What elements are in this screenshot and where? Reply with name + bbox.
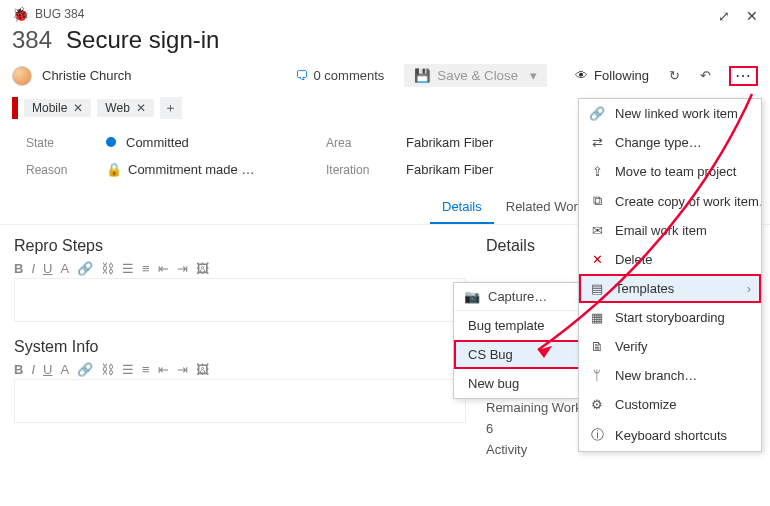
sysinfo-heading: System Info [14,338,466,356]
more-actions-button[interactable]: ⋯ [729,66,758,86]
copy-icon: ⧉ [589,193,605,209]
save-icon: 💾 [414,68,431,83]
indent-icon[interactable]: ⇥ [177,261,188,276]
tag-label: Web [105,101,129,115]
eye-icon: 👁 [575,68,588,83]
change-type-item[interactable]: ⇄Change type… [579,128,761,157]
sysinfo-editor[interactable] [14,379,466,423]
area-value[interactable]: Fabrikam Fiber [406,135,586,150]
state-label: State [26,136,86,150]
bug-template-item[interactable]: Bug template [454,311,582,340]
link-icon: 🔗 [589,106,605,121]
reason-label: Reason [26,163,86,177]
swap-icon: ⇄ [589,135,605,150]
cs-bug-item[interactable]: CS Bug [454,340,582,369]
numbers-icon[interactable]: ≡ [142,261,150,276]
italic-icon[interactable]: I [31,261,35,276]
new-branch-item[interactable]: ᛘNew branch… [579,361,761,390]
verify-item[interactable]: 🗎Verify [579,332,761,361]
tag-label: Mobile [32,101,67,115]
state-value[interactable]: Committed [106,135,306,150]
iteration-label: Iteration [326,163,386,177]
storyboard-item[interactable]: ▦Start storyboarding [579,303,761,332]
comments-label: 0 comments [314,68,385,83]
unlink-icon[interactable]: ⛓ [101,362,114,377]
info-icon: ⓘ [589,426,605,444]
link-icon[interactable]: 🔗 [77,261,93,276]
expand-icon[interactable]: ⤢ [718,8,730,24]
assignee-name[interactable]: Christie Church [42,68,132,83]
context-menu: 🔗New linked work item ⇄Change type… ⇪Mov… [578,98,762,452]
templates-submenu: 📷 Capture… Bug template CS Bug New bug [453,282,583,399]
underline-icon[interactable]: U [43,261,52,276]
outdent-icon[interactable]: ⇤ [158,261,169,276]
iteration-value[interactable]: Fabrikam Fiber [406,162,586,177]
capture-menu-item[interactable]: 📷 Capture… [454,283,582,311]
bold-icon[interactable]: B [14,261,23,276]
bold-icon[interactable]: B [14,362,23,377]
move-icon: ⇪ [589,164,605,179]
new-bug-item[interactable]: New bug [454,369,582,398]
tag-remove-icon[interactable]: ✕ [136,101,146,115]
comment-icon: 🗨 [295,68,308,83]
customize-icon: ⚙ [589,397,605,412]
customize-item[interactable]: ⚙Customize [579,390,761,419]
repro-heading: Repro Steps [14,237,466,255]
tag-mobile[interactable]: Mobile ✕ [24,99,91,117]
editor-toolbar[interactable]: B I U A 🔗 ⛓ ☰ ≡ ⇤ ⇥ 🖼 [14,261,466,276]
delete-icon: ✕ [589,252,605,267]
area-label: Area [326,136,386,150]
chevron-right-icon: › [747,281,751,296]
unlink-icon[interactable]: ⛓ [101,261,114,276]
templates-item[interactable]: ▤Templates› [579,274,761,303]
chevron-down-icon: ▾ [530,68,537,83]
font-icon[interactable]: A [60,261,69,276]
comments-button[interactable]: 🗨 0 comments [295,68,385,83]
font-icon[interactable]: A [60,362,69,377]
tab-details[interactable]: Details [430,191,494,224]
bullets-icon[interactable]: ☰ [122,362,134,377]
save-close-button[interactable]: 💾 Save & Close ▾ [404,64,547,87]
bullets-icon[interactable]: ☰ [122,261,134,276]
lock-icon: 🔒 [106,162,122,177]
tag-web[interactable]: Web ✕ [97,99,153,117]
close-icon[interactable]: ✕ [746,8,758,24]
follow-toggle[interactable]: 👁 Following [575,68,649,83]
add-tag-button[interactable]: ＋ [160,97,182,119]
page-title[interactable]: Secure sign-in [66,26,219,54]
editor-toolbar[interactable]: B I U A 🔗 ⛓ ☰ ≡ ⇤ ⇥ 🖼 [14,362,466,377]
save-label: Save & Close [437,68,518,83]
breadcrumb: BUG 384 [35,7,84,21]
image-icon[interactable]: 🖼 [196,261,209,276]
avatar[interactable] [12,66,32,86]
email-item[interactable]: ✉Email work item [579,216,761,245]
menu-label: Capture… [488,289,547,304]
work-item-id: 384 [12,26,52,54]
italic-icon[interactable]: I [31,362,35,377]
new-linked-item[interactable]: 🔗New linked work item [579,99,761,128]
camera-icon: 📷 [464,289,480,304]
template-icon: ▤ [589,281,605,296]
image-icon[interactable]: 🖼 [196,362,209,377]
bug-icon: 🐞 [12,6,29,22]
storyboard-icon: ▦ [589,310,605,325]
create-copy-item[interactable]: ⧉Create copy of work item… [579,186,761,216]
link-icon[interactable]: 🔗 [77,362,93,377]
refresh-icon[interactable]: ↻ [669,68,680,83]
undo-icon[interactable]: ↶ [700,68,711,83]
state-dot-icon [106,137,116,147]
underline-icon[interactable]: U [43,362,52,377]
mail-icon: ✉ [589,223,605,238]
move-team-item[interactable]: ⇪Move to team project [579,157,761,186]
outdent-icon[interactable]: ⇤ [158,362,169,377]
indent-icon[interactable]: ⇥ [177,362,188,377]
shortcuts-item[interactable]: ⓘKeyboard shortcuts [579,419,761,451]
tag-remove-icon[interactable]: ✕ [73,101,83,115]
repro-editor[interactable] [14,278,466,322]
reason-value[interactable]: 🔒Commitment made … [106,162,306,177]
delete-item[interactable]: ✕Delete [579,245,761,274]
accent-bar [12,97,18,119]
verify-icon: 🗎 [589,339,605,354]
follow-label: Following [594,68,649,83]
numbers-icon[interactable]: ≡ [142,362,150,377]
